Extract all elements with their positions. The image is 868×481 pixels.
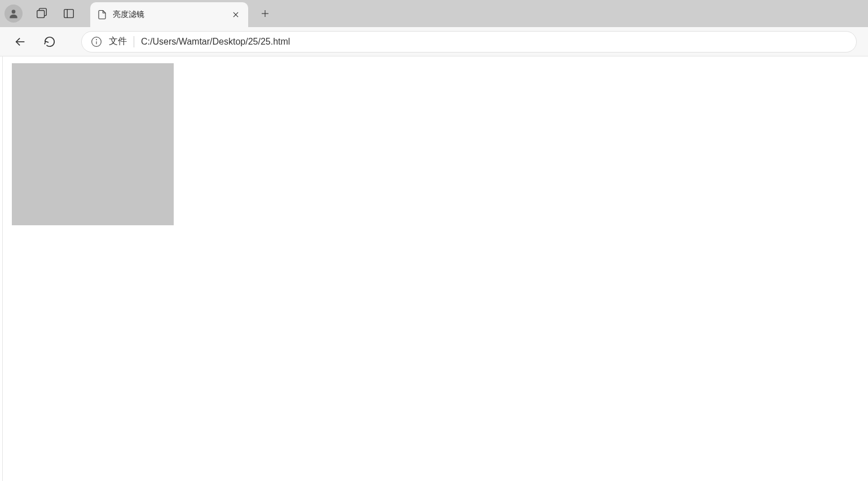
- tab-bar: 亮度滤镜: [0, 0, 868, 27]
- address-divider: [134, 36, 134, 47]
- browser-tab[interactable]: 亮度滤镜: [90, 2, 248, 27]
- panel-icon: [63, 7, 75, 20]
- tab-close-button[interactable]: [230, 9, 241, 20]
- profile-button[interactable]: [5, 5, 23, 23]
- svg-point-11: [96, 39, 97, 40]
- back-button[interactable]: [11, 33, 29, 51]
- tab-favicon: [97, 10, 107, 20]
- tab-bar-left-controls: [5, 5, 86, 23]
- refresh-button[interactable]: [41, 33, 59, 51]
- navigation-bar: 文件: [0, 27, 868, 56]
- svg-rect-1: [37, 11, 45, 18]
- grey-image-placeholder: [12, 63, 174, 225]
- new-tab-button[interactable]: [255, 3, 275, 24]
- address-protocol-label: 文件: [109, 36, 127, 47]
- workspaces-button[interactable]: [34, 6, 50, 21]
- address-bar[interactable]: 文件: [81, 31, 857, 53]
- refresh-icon: [43, 36, 56, 48]
- info-icon: [91, 36, 102, 47]
- svg-point-0: [12, 10, 16, 14]
- site-info-button[interactable]: [91, 36, 102, 47]
- svg-rect-2: [64, 10, 74, 18]
- address-url-input[interactable]: [141, 37, 847, 47]
- workspaces-icon: [36, 7, 48, 20]
- plus-icon: [260, 8, 270, 19]
- panel-button[interactable]: [61, 6, 77, 21]
- page-content: [2, 56, 868, 481]
- profile-icon: [8, 8, 19, 19]
- tab-title: 亮度滤镜: [113, 10, 224, 20]
- close-icon: [232, 11, 240, 19]
- document-icon: [97, 10, 107, 20]
- back-arrow-icon: [14, 36, 27, 48]
